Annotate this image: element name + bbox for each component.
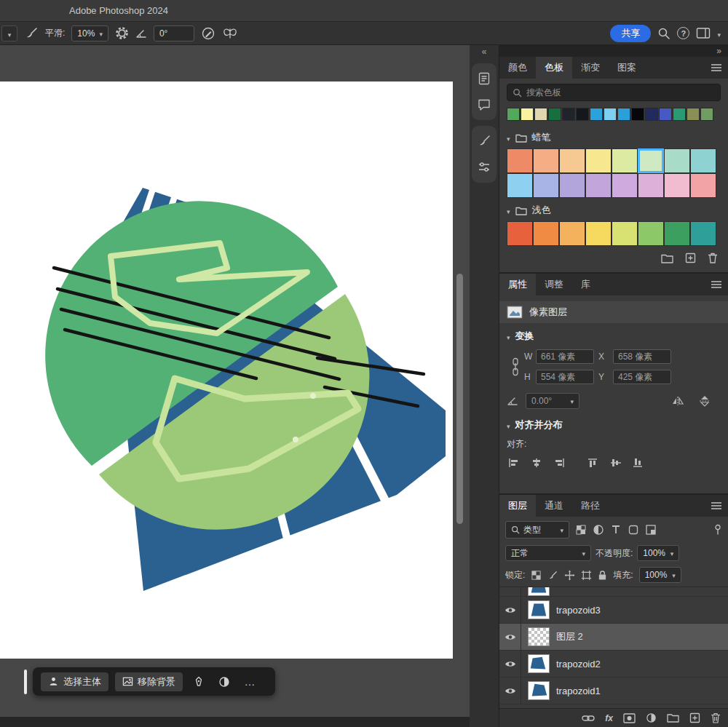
panel-menu-icon[interactable] xyxy=(705,274,728,295)
tab-gradients[interactable]: 渐变 xyxy=(572,57,609,79)
help-icon[interactable] xyxy=(677,27,689,39)
link-dimensions-icon[interactable] xyxy=(507,357,524,376)
layer-list[interactable]: trapozoid3 图层 2 xyxy=(499,587,728,708)
swatch[interactable] xyxy=(585,221,612,246)
add-mask-icon[interactable] xyxy=(623,713,636,723)
swatch[interactable] xyxy=(533,148,559,173)
align-bottom-icon[interactable] xyxy=(633,458,644,468)
swatch[interactable] xyxy=(690,148,716,173)
layer-name[interactable]: 图层 2 xyxy=(556,630,583,643)
filter-pixel-icon[interactable] xyxy=(575,524,587,536)
lock-transparent-icon[interactable] xyxy=(531,570,542,581)
brush-angle-field[interactable]: 0° xyxy=(154,25,194,41)
swatch[interactable] xyxy=(521,108,534,121)
swatch[interactable] xyxy=(673,108,686,121)
swatch[interactable] xyxy=(612,221,638,246)
swatch[interactable] xyxy=(559,173,585,198)
panel-menu-icon[interactable] xyxy=(705,57,728,79)
swatch[interactable] xyxy=(604,108,617,121)
swatch[interactable] xyxy=(687,108,700,121)
swatch[interactable] xyxy=(507,148,533,173)
swatch[interactable] xyxy=(631,108,644,121)
swatch[interactable] xyxy=(562,108,575,121)
collapse-panels-icon[interactable] xyxy=(716,46,721,56)
brush-tool-icon[interactable] xyxy=(24,26,39,41)
layer-row[interactable]: trapozoid2 xyxy=(499,651,728,678)
delete-layer-icon[interactable] xyxy=(711,712,721,723)
layer-row-selected[interactable]: 图层 2 xyxy=(499,624,728,651)
swatch[interactable] xyxy=(585,148,612,173)
x-field[interactable]: 658 像素 xyxy=(613,349,671,364)
swatch[interactable] xyxy=(534,108,547,121)
align-left-icon[interactable] xyxy=(508,458,520,468)
swatch[interactable] xyxy=(559,221,585,246)
swatch-group-crayon-header[interactable]: 蜡笔 xyxy=(499,125,728,148)
tab-channels[interactable]: 通道 xyxy=(536,495,572,517)
flip-vertical-icon[interactable] xyxy=(699,395,711,407)
smoothing-value-dropdown[interactable]: 10% xyxy=(71,25,108,41)
visibility-cell[interactable] xyxy=(499,587,521,596)
context-bar-handle[interactable] xyxy=(24,670,27,694)
new-swatch-icon[interactable] xyxy=(685,253,696,263)
filter-adjustment-icon[interactable] xyxy=(593,524,604,536)
swatch[interactable] xyxy=(700,108,713,121)
visibility-toggle[interactable] xyxy=(499,624,521,650)
tab-layers[interactable]: 图层 xyxy=(499,495,536,517)
layer-thumbnail[interactable] xyxy=(528,654,550,673)
tab-adjustments[interactable]: 调整 xyxy=(536,274,572,295)
vertical-scrollbar[interactable] xyxy=(456,274,463,524)
layer-row-partial[interactable] xyxy=(499,587,728,597)
swatch[interactable] xyxy=(585,173,612,198)
transform-tool-button[interactable] xyxy=(189,672,208,691)
swatch[interactable] xyxy=(645,108,658,121)
y-field[interactable]: 425 像素 xyxy=(613,370,671,384)
comments-icon[interactable] xyxy=(477,98,491,112)
swatch[interactable] xyxy=(638,173,664,198)
swatch[interactable] xyxy=(664,148,690,173)
chevron-down-icon[interactable] xyxy=(717,27,721,40)
swatch[interactable] xyxy=(659,108,672,121)
align-right-icon[interactable] xyxy=(553,458,565,468)
width-field[interactable]: 661 像素 xyxy=(536,349,594,364)
canvas-area[interactable]: 选择主体 移除背景 xyxy=(0,45,470,727)
brush-settings-gear-icon[interactable] xyxy=(115,26,129,40)
tab-libraries[interactable]: 库 xyxy=(572,274,599,295)
flip-horizontal-icon[interactable] xyxy=(671,395,684,407)
share-button[interactable]: 共享 xyxy=(610,25,651,42)
layer-thumbnail[interactable] xyxy=(528,600,550,619)
filter-pin-icon[interactable] xyxy=(713,524,722,536)
symmetry-butterfly-icon[interactable] xyxy=(222,27,238,40)
swatch[interactable] xyxy=(612,173,638,198)
version-history-icon[interactable] xyxy=(477,71,491,86)
workspace-icon[interactable] xyxy=(696,27,711,39)
new-adjustment-icon[interactable] xyxy=(646,712,657,723)
visibility-toggle[interactable] xyxy=(499,597,521,623)
swatch-group-light-header[interactable]: 浅色 xyxy=(499,198,728,221)
search-icon[interactable] xyxy=(657,27,670,40)
layer-name[interactable]: trapozoid1 xyxy=(556,686,601,696)
swatch[interactable] xyxy=(690,221,716,246)
panel-menu-icon[interactable] xyxy=(705,495,728,517)
layer-thumbnail[interactable] xyxy=(528,681,550,700)
layer-name[interactable]: trapozoid3 xyxy=(556,605,601,616)
tab-color[interactable]: 颜色 xyxy=(499,57,536,79)
lock-artboard-icon[interactable] xyxy=(581,570,592,581)
layer-row[interactable]: trapozoid3 xyxy=(499,597,728,624)
expand-dock-icon[interactable] xyxy=(470,47,499,57)
swatch[interactable] xyxy=(559,148,585,173)
new-layer-icon[interactable] xyxy=(689,712,700,723)
align-top-icon[interactable] xyxy=(587,458,599,468)
layer-name[interactable]: trapozoid2 xyxy=(556,659,601,670)
swatch[interactable] xyxy=(690,173,716,198)
layer-effects-button[interactable]: fx xyxy=(605,713,613,723)
swatch[interactable] xyxy=(507,221,533,246)
swatch[interactable] xyxy=(507,173,533,198)
swatch[interactable] xyxy=(590,108,603,121)
swatch[interactable] xyxy=(576,108,589,121)
mixer-sliders-icon[interactable] xyxy=(477,160,491,175)
swatch[interactable] xyxy=(638,221,664,246)
swatch[interactable] xyxy=(507,108,520,121)
swatch[interactable] xyxy=(533,173,559,198)
swatch[interactable] xyxy=(533,221,559,246)
align-middle-icon[interactable] xyxy=(610,458,622,468)
